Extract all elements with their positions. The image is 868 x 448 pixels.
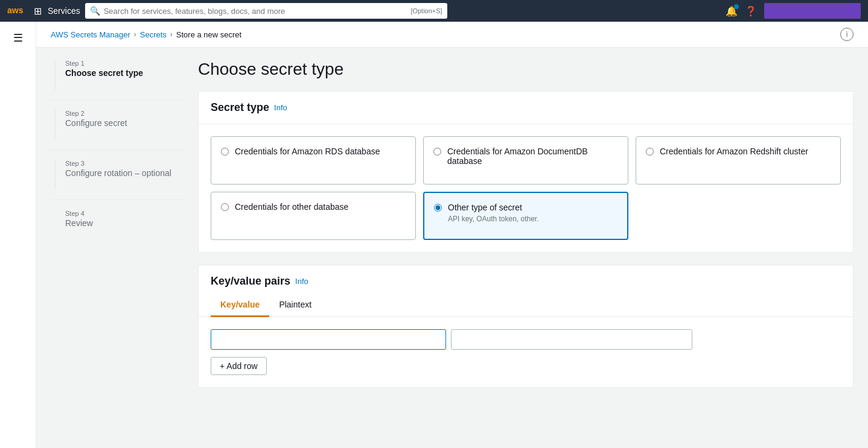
radio-docdb[interactable] xyxy=(433,148,441,156)
nav-right: 🔔 ❓ xyxy=(726,3,861,19)
hamburger-button[interactable]: ☰ xyxy=(8,27,28,49)
svg-text:aws: aws xyxy=(7,5,24,15)
kv-title: Key/value pairs xyxy=(211,275,290,288)
steps-sidebar: Step 1 Choose secret type Step 2 Configu… xyxy=(51,60,183,436)
secret-type-grid-row2: Credentials for other database Other typ… xyxy=(211,192,841,240)
step-4-label: Review xyxy=(65,218,183,228)
kv-card: Key/value pairs Info Key/value Plaintext xyxy=(198,265,854,388)
step-1: Step 1 Choose secret type xyxy=(54,60,183,90)
radio-redshift[interactable] xyxy=(646,148,654,156)
option-other[interactable]: Other type of secret API key, OAuth toke… xyxy=(423,192,628,240)
option-otherdb[interactable]: Credentials for other database xyxy=(211,192,416,240)
nav-services-label[interactable]: Services xyxy=(48,6,80,16)
kv-val-input[interactable] xyxy=(451,329,692,350)
option-docdb[interactable]: Credentials for Amazon DocumentDB databa… xyxy=(423,136,628,185)
kv-header: Key/value pairs Info xyxy=(199,265,853,288)
step-1-num: Step 1 xyxy=(65,60,183,67)
breadcrumb-sep-1: › xyxy=(134,30,136,39)
breadcrumb: AWS Secrets Manager › Secrets › Store a … xyxy=(36,22,868,48)
option-other-subtext: API key, OAuth token, other. xyxy=(448,215,539,223)
kv-info-link[interactable]: Info xyxy=(295,277,308,286)
option-docdb-label: Credentials for Amazon DocumentDB databa… xyxy=(447,147,618,166)
secret-type-grid-row1: Credentials for Amazon RDS database Cred… xyxy=(211,136,841,185)
secret-type-info-link[interactable]: Info xyxy=(274,103,287,112)
secret-type-title: Secret type xyxy=(211,101,269,114)
step-2-label: Configure secret xyxy=(65,118,183,128)
kv-body: + Add row xyxy=(199,317,853,387)
step-1-label: Choose secret type xyxy=(65,68,183,78)
top-navigation: aws ⊞ Services 🔍 [Option+S] 🔔 ❓ xyxy=(0,0,868,22)
help-icon[interactable]: ❓ xyxy=(745,5,757,17)
notification-dot xyxy=(734,4,739,9)
breadcrumb-sep-2: › xyxy=(170,30,173,39)
kv-val-container xyxy=(451,329,692,350)
tab-plaintext[interactable]: Plaintext xyxy=(269,295,321,317)
radio-other[interactable] xyxy=(434,204,442,212)
breadcrumb-link-secrets[interactable]: Secrets xyxy=(140,30,167,39)
kv-key-container xyxy=(211,329,446,350)
search-bar: 🔍 [Option+S] xyxy=(85,3,447,19)
secret-type-header: Secret type Info xyxy=(199,92,853,124)
breadcrumb-link-secrets-manager[interactable]: AWS Secrets Manager xyxy=(51,30,130,39)
option-other-label: Other type of secret xyxy=(448,203,522,212)
empty-cell xyxy=(636,192,841,240)
option-otherdb-label: Credentials for other database xyxy=(235,202,348,212)
step-2: Step 2 Configure secret xyxy=(54,110,183,140)
step-3-label: Configure rotation – optional xyxy=(65,168,183,178)
radio-otherdb[interactable] xyxy=(221,203,229,211)
tab-keyvalue[interactable]: Key/value xyxy=(211,295,269,317)
account-button[interactable] xyxy=(764,3,861,19)
radio-rds[interactable] xyxy=(221,148,229,156)
kv-inputs-row xyxy=(211,329,841,350)
search-input[interactable] xyxy=(104,7,411,16)
search-icon: 🔍 xyxy=(90,6,100,16)
option-redshift[interactable]: Credentials for Amazon Redshift cluster xyxy=(636,136,841,185)
content-layout: Step 1 Choose secret type Step 2 Configu… xyxy=(36,48,868,448)
kv-key-input[interactable] xyxy=(211,329,446,350)
search-shortcut: [Option+S] xyxy=(410,7,442,14)
page-content: Choose secret type Secret type Info xyxy=(198,60,854,436)
step-4-num: Step 4 xyxy=(65,210,183,217)
notification-icon[interactable]: 🔔 xyxy=(726,5,738,17)
secret-type-body: Credentials for Amazon RDS database Cred… xyxy=(199,124,853,252)
step-4: Step 4 Review xyxy=(54,210,183,240)
page-layout: ☰ AWS Secrets Manager › Secrets › Store … xyxy=(0,22,868,448)
step-3-num: Step 3 xyxy=(65,160,183,167)
left-sidebar: ☰ xyxy=(0,22,36,448)
breadcrumb-current: Store a new secret xyxy=(176,30,241,39)
add-row-button[interactable]: + Add row xyxy=(211,357,267,375)
grid-icon[interactable]: ⊞ xyxy=(34,5,42,17)
main-area: AWS Secrets Manager › Secrets › Store a … xyxy=(36,22,868,448)
page-title: Choose secret type xyxy=(198,60,854,79)
step-3: Step 3 Configure rotation – optional xyxy=(54,160,183,190)
step-2-num: Step 2 xyxy=(65,110,183,117)
aws-logo[interactable]: aws xyxy=(7,5,27,17)
option-rds[interactable]: Credentials for Amazon RDS database xyxy=(211,136,416,185)
option-redshift-label: Credentials for Amazon Redshift cluster xyxy=(660,147,808,156)
secret-type-card: Secret type Info Credentials for Amazon … xyxy=(198,91,854,253)
option-rds-label: Credentials for Amazon RDS database xyxy=(235,147,380,156)
tabs-bar: Key/value Plaintext xyxy=(199,295,853,317)
page-info-icon[interactable]: i xyxy=(840,28,854,41)
